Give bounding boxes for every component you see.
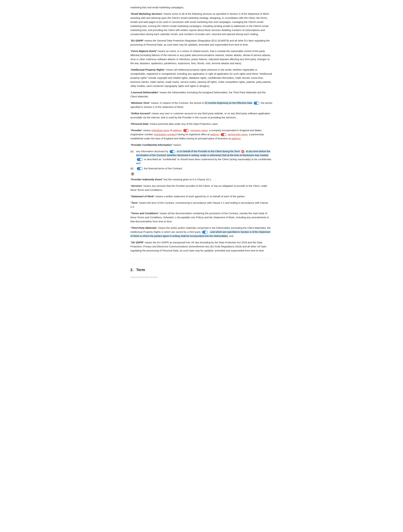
email-marketing-term: Email Marketing Services [131, 12, 162, 15]
uk-gdpr-def: means the EU GDPR as transposed into UK … [130, 241, 266, 252]
or-icon-a: or [241, 150, 244, 153]
provider-confidential-para: "Provider Confidential Information" mean… [130, 143, 273, 147]
uk-gdpr-term: UK GDPR [131, 241, 143, 244]
eu-gdpr-def: means the General Data Protection Regula… [130, 39, 270, 46]
section-2-sub-heading: Commencement of term [130, 275, 273, 279]
online-account-def: means any user or customer account on an… [130, 112, 270, 119]
third-party-toggle[interactable] [202, 231, 208, 234]
statement-of-work-para: "Statement of Work" means a written stat… [130, 194, 273, 198]
item-a-or-pill: or [241, 150, 245, 153]
item-b-toggle[interactable] [137, 167, 143, 170]
uk-gdpr-para: "UK GDPR" means the EU GDPR as transpose… [130, 241, 273, 253]
provider-mid2: ) having its registered office at [176, 133, 210, 136]
email-marketing-services-para: "Email Marketing Services" means some or… [130, 12, 273, 36]
provider-confidential-pre: means: [173, 143, 182, 146]
force-majeure-para: "Force Majeure Event" means an event, or… [130, 49, 273, 65]
intro-marketing-text: marketing lists and email marketing camp… [130, 6, 184, 9]
eu-gdpr-term: EU GDPR [131, 39, 143, 42]
provider-address2: address [210, 133, 219, 136]
plus-button-row[interactable] [130, 172, 273, 176]
toggle-switch-provider1[interactable] [183, 129, 189, 132]
provider-address1: address [173, 129, 182, 132]
provider-confidential-item-a: (a) any information disclosed by or on b… [130, 149, 273, 165]
minimum-term-term: Minimum Term [131, 101, 149, 104]
online-account-term: Online Account [131, 112, 150, 115]
item-a-toggle1[interactable] [169, 150, 176, 153]
minimum-term-para: "Minimum Term" means, in respect of the … [130, 101, 273, 109]
personal-data-def: means personal data under any of the Dat… [149, 122, 218, 125]
provider-pre: means [143, 129, 151, 132]
services-para: "Services" means any services that the P… [130, 184, 273, 192]
minimum-term-toggle[interactable] [253, 101, 260, 105]
toggle-switch-item-a2[interactable] [137, 158, 143, 161]
personal-data-term: Personal Data [131, 122, 148, 125]
provider-indemnity-para: "Provider Indemnity Event" has the meani… [130, 177, 273, 182]
provider-individual-name: individual name [151, 129, 169, 132]
document-body: marketing lists and email marketing camp… [130, 6, 273, 279]
plus-icon [131, 172, 134, 175]
provider-reg-number: registration number [154, 133, 176, 136]
provider-para: "Provider" means individual name of addr… [130, 128, 273, 140]
provider-confidential-item-b: (b) the financial terms of the Contract; [130, 166, 273, 170]
toggle-switch-provider2[interactable] [221, 133, 227, 136]
minimum-term-pre: means, in respect of the Contract, the p… [150, 101, 205, 104]
term-term: Term [131, 201, 137, 204]
provider-company-name: company name [190, 129, 208, 132]
ipr-para: "Intellectual Property Rights" means all… [130, 68, 273, 88]
item-a-toggle2[interactable] [137, 158, 143, 161]
section-2-title: Term [136, 267, 145, 273]
item-b-label: (b) [130, 166, 135, 170]
toggle-switch-minimum-term[interactable] [254, 101, 259, 105]
email-marketing-def: means some or all of the following servi… [130, 12, 270, 36]
item-a-end: or described as "confidential" or should… [136, 158, 272, 165]
item-b-content: the financial terms of the Contract; [136, 166, 273, 170]
item-b-pre: the financial terms of the Contract; [144, 167, 183, 170]
toggle-switch-item-b[interactable] [137, 167, 143, 170]
add-item-button[interactable] [131, 172, 134, 176]
third-party-materials-end: ; and [228, 234, 233, 237]
terms-conditions-para: "Terms and Conditions" means all the doc… [130, 211, 273, 223]
provider-term: Provider [131, 129, 142, 132]
services-def: means any services that the Provider pro… [130, 184, 267, 191]
provider-indemnity-def: has the meaning given to it in Clause 18… [163, 178, 212, 181]
item-a-pre: any information disclosed by [136, 150, 169, 153]
provider-of: of [169, 129, 173, 132]
provider-indemnity-term: Provider Indemnity Event [131, 178, 162, 181]
provider-toggle1[interactable] [183, 129, 189, 132]
section-2-heading-row: 2. Term [130, 259, 273, 273]
licensed-deliverables-term: Licensed Deliverables [131, 91, 158, 94]
personal-data-para: "Personal Data" means personal data unde… [130, 122, 273, 126]
services-term: Services [131, 184, 142, 187]
intro-marketing-para: marketing lists and email marketing camp… [130, 6, 273, 9]
ipr-term: Intellectual Property Rights [131, 68, 164, 71]
provider-confidential-term: Provider Confidential Information [131, 143, 171, 146]
section-2-number: 2. [130, 267, 133, 273]
toggle-switch-item-a1[interactable] [170, 150, 175, 153]
force-majeure-term: Force Majeure Event [131, 50, 156, 52]
term-para: "Term" means the term of the Contract, c… [130, 201, 273, 209]
third-party-materials-para: "Third Party Materials" means the works … [130, 226, 273, 238]
term-def: means the term of the Contract, commenci… [130, 201, 268, 208]
minimum-term-highlight: 12 months beginning on the Effective Dat… [205, 101, 252, 104]
online-account-para: "Online Account" means any user or custo… [130, 111, 273, 120]
provider-partnership-name: partnership name [228, 133, 248, 136]
licensed-deliverables-para: "Licensed Deliverables" means the Delive… [130, 90, 273, 99]
provider-address3: address [231, 137, 240, 140]
item-a-label: (a) [130, 149, 135, 153]
toggle-switch-third-party[interactable] [202, 231, 208, 234]
item-a-mid: or on behalf of the Provider to the Clie… [177, 150, 241, 153]
provider-toggle2[interactable] [220, 133, 227, 136]
statement-of-work-term: Statement of Work [131, 195, 154, 198]
item-a-content: any information disclosed by or on behal… [136, 149, 273, 165]
eu-gdpr-para: "EU GDPR" means the General Data Protect… [130, 39, 273, 47]
provider-final: ; [240, 137, 241, 140]
third-party-materials-term: Third Party Materials [131, 226, 156, 229]
terms-conditions-term: Terms and Conditions [131, 212, 158, 215]
statement-of-work-def: means a written statement of work agreed… [155, 195, 245, 198]
